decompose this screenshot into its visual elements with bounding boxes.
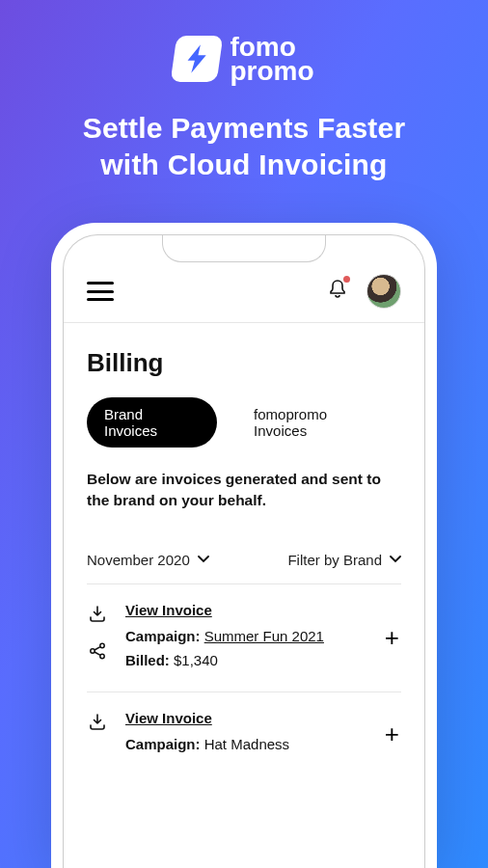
tab-fomopromo-invoices[interactable]: fomopromo Invoices — [236, 397, 401, 448]
phone-notch — [162, 235, 326, 262]
page-title: Billing — [64, 323, 424, 397]
avatar[interactable] — [366, 274, 401, 309]
notifications-button[interactable] — [326, 278, 349, 305]
invoice-row: View Invoice Campaign: Hat Madness + — [64, 692, 424, 775]
logo-text: fomo promo — [230, 35, 313, 83]
promo-background: fomo promo Settle Payments Faster with C… — [0, 0, 488, 868]
invoice-billed: Billed: $1,340 — [125, 652, 401, 668]
invoice-campaign: Campaign: Hat Madness — [125, 736, 401, 752]
chevron-down-icon — [390, 556, 401, 563]
tabs: Brand Invoices fomopromo Invoices — [64, 397, 424, 463]
brand-logo: fomo promo — [174, 35, 313, 83]
download-icon — [88, 605, 107, 624]
expand-button[interactable]: + — [385, 721, 399, 746]
chevron-down-icon — [198, 556, 209, 563]
phone-frame: Billing Brand Invoices fomopromo Invoice… — [51, 223, 437, 868]
headline: Settle Payments Faster with Cloud Invoic… — [83, 110, 406, 182]
invoice-row: View Invoice Campaign: Summer Fun 2021 B… — [64, 584, 424, 692]
share-button[interactable] — [87, 640, 108, 662]
svg-point-2 — [100, 654, 104, 658]
filters-row: November 2020 Filter by Brand — [64, 511, 424, 583]
view-invoice-link[interactable]: View Invoice — [125, 602, 212, 618]
download-button[interactable] — [87, 604, 108, 625]
invoice-campaign: Campaign: Summer Fun 2021 — [125, 628, 401, 644]
share-icon — [88, 641, 107, 661]
phone-screen: Billing Brand Invoices fomopromo Invoice… — [63, 234, 425, 868]
expand-button[interactable]: + — [385, 625, 399, 650]
phone-mockup: Billing Brand Invoices fomopromo Invoice… — [51, 223, 437, 868]
tab-brand-invoices[interactable]: Brand Invoices — [87, 397, 217, 448]
download-icon — [88, 713, 107, 732]
svg-point-1 — [100, 643, 104, 647]
logo-mark — [171, 36, 224, 82]
tab-description: Below are invoices generated and sent to… — [64, 463, 424, 510]
svg-point-0 — [91, 649, 95, 653]
bolt-icon — [184, 44, 209, 73]
download-button[interactable] — [87, 712, 108, 733]
date-filter[interactable]: November 2020 — [87, 552, 209, 568]
view-invoice-link[interactable]: View Invoice — [125, 710, 212, 726]
brand-filter[interactable]: Filter by Brand — [287, 552, 401, 568]
date-filter-label: November 2020 — [87, 552, 190, 568]
menu-icon[interactable] — [87, 282, 114, 301]
brand-filter-label: Filter by Brand — [287, 552, 382, 568]
